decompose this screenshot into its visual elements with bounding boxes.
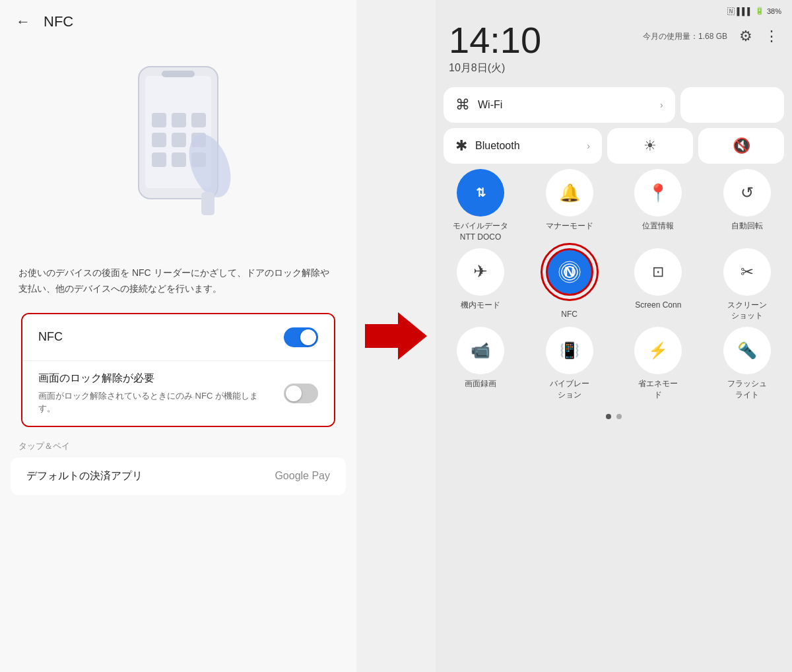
nfc-settings-section: NFC 画面のロック解除が必要 画面がロック解除されているときにのみ NFC が… [11,313,346,427]
dot-2 [616,414,622,419]
signal-icon: ▌▌▌ [737,7,752,15]
manner-mode-tile[interactable]: 🔔 マナーモード [533,169,607,243]
arrow-section [356,0,436,672]
bluetooth-icon: ✱ [455,137,467,154]
vibration-circle[interactable]: 📳 [546,327,593,374]
battery-label: 38% [767,7,781,15]
clock-date: 10月8日(火) [449,61,541,75]
wide-tiles-row: ⌘ Wi-Fi › [444,87,784,123]
nfc-tile[interactable]: N NFC [533,248,607,322]
svg-rect-9 [152,152,166,167]
svg-rect-6 [152,133,166,147]
battery-saver-label: 省エネモード [638,378,678,401]
screen-record-label: 画面録画 [465,378,496,389]
page-title: NFC [44,13,73,30]
status-bar: 🇳 ▌▌▌ 🔋 38% [436,0,792,18]
brightness-tile[interactable]: ☀ [607,128,693,164]
back-button[interactable]: ← [16,13,30,30]
flashlight-label: フラッシュライト [727,378,767,401]
mute-tile[interactable]: 🔇 [698,128,784,164]
small-tiles-row2: ✈ 機内モード N NFC [444,248,784,322]
svg-text:⇅: ⇅ [476,186,486,199]
lock-desc: 画面がロック解除されているときにのみ NFC が機能します。 [38,389,273,415]
lock-row[interactable]: 画面のロック解除が必要 画面がロック解除されているときにのみ NFC が機能しま… [22,361,334,426]
placeholder-tile [680,87,784,123]
small-tiles-row3: 📹 画面録画 📳 バイブレーション ⚡ 省エネモード 🔦 フ [444,327,784,401]
manner-mode-circle[interactable]: 🔔 [546,169,593,217]
clock-left: 14:10 10月8日(火) [449,22,541,75]
vibration-tile[interactable]: 📳 バイブレーション [533,327,607,401]
nfc-circle[interactable]: N [546,248,593,296]
nfc-row-label: NFC [38,330,63,344]
nfc-description: お使いのデバイスの後面を NFC リーダーにかざして、ドアのロック解除や支払い、… [0,255,356,313]
dot-1 [606,414,611,419]
svg-rect-2 [162,71,195,77]
screenshot-label: スクリーンショット [727,300,767,322]
quick-tiles: ⌘ Wi-Fi › ✱ Bluetooth › ☀ 🔇 ⇅ [436,83,792,428]
wifi-chevron-icon: › [660,100,663,110]
nfc-status-icon: 🇳 [727,7,735,15]
location-circle[interactable]: 📍 [634,169,682,217]
settings-icon[interactable]: ⚙ [737,27,755,46]
bluetooth-label: Bluetooth [475,140,579,152]
mobile-data-circle[interactable]: ⇅ [457,169,504,217]
svg-rect-7 [172,133,186,147]
default-app-value: Google Pay [275,470,330,482]
screen-conn-circle[interactable]: ⊡ [634,248,682,296]
clock-right: 今月の使用量：1.68 GB ⚙ ⋮ [643,22,779,46]
svg-rect-13 [201,192,214,215]
location-label: 位置情報 [642,220,674,232]
wifi-icon: ⌘ [455,96,470,114]
vibration-label: バイブレーション [550,378,589,401]
battery-saver-circle[interactable]: ⚡ [634,327,682,374]
manner-mode-label: マナーモード [546,220,593,232]
svg-rect-3 [152,113,166,127]
wifi-tile[interactable]: ⌘ Wi-Fi › [444,87,675,123]
lock-title: 画面のロック解除が必要 [38,372,273,386]
mobile-data-tile[interactable]: ⇅ モバイルデータNTT DOCO [444,169,517,243]
auto-rotate-circle[interactable]: ↺ [723,169,771,217]
clock-area: 14:10 10月8日(火) 今月の使用量：1.68 GB ⚙ ⋮ [436,18,792,83]
battery-icon: 🔋 [755,7,764,15]
nfc-toggle-row[interactable]: NFC [22,314,334,361]
data-usage-label: 今月の使用量：1.68 GB [643,31,727,42]
default-app-row[interactable]: デフォルトの決済アプリ Google Pay [11,457,346,495]
flashlight-tile[interactable]: 🔦 フラッシュライト [710,327,784,401]
screen-record-tile[interactable]: 📹 画面録画 [444,327,517,401]
small-tiles-row1: ⇅ モバイルデータNTT DOCO 🔔 マナーモード 📍 位置情報 ↺ [444,169,784,243]
screenshot-tile[interactable]: ✂ スクリーンショット [710,248,784,322]
wifi-label: Wi-Fi [478,99,652,111]
right-panel: 🇳 ▌▌▌ 🔋 38% 14:10 10月8日(火) 今月の使用量：1.68 G… [436,0,792,672]
screenshot-circle[interactable]: ✂ [723,248,771,296]
location-tile[interactable]: 📍 位置情報 [621,169,695,243]
nfc-toggle[interactable] [284,327,318,347]
airplane-circle[interactable]: ✈ [457,248,504,296]
nfc-header: ← NFC [0,0,356,44]
auto-rotate-label: 自動回転 [731,220,763,232]
page-dots [444,406,784,424]
more-icon[interactable]: ⋮ [764,28,779,45]
svg-rect-5 [191,113,206,127]
auto-rotate-tile[interactable]: ↺ 自動回転 [710,169,784,243]
screen-record-circle[interactable]: 📹 [457,327,504,374]
svg-rect-4 [172,113,186,127]
mobile-data-label: モバイルデータNTT DOCO [453,220,508,243]
nfc-tile-label: NFC [561,309,578,320]
battery-saver-tile[interactable]: ⚡ 省エネモード [621,327,695,401]
screen-conn-label: Screen Conn [635,300,681,311]
airplane-tile[interactable]: ✈ 機内モード [444,248,517,322]
phone-illustration [0,44,356,255]
lock-toggle[interactable] [284,384,318,403]
clock-time: 14:10 [449,22,541,59]
lock-text: 画面のロック解除が必要 画面がロック解除されているときにのみ NFC が機能しま… [38,372,273,415]
nfc-section-box: NFC 画面のロック解除が必要 画面がロック解除されているときにのみ NFC が… [21,313,335,427]
tap-pay-label: タップ＆ペイ [0,427,356,457]
default-app-label: デフォルトの決済アプリ [26,469,143,483]
left-panel: ← NFC お使いのデバイスの後面を NFC リーダーにかざして、ドアのロック解 [0,0,356,672]
svg-rect-10 [172,152,186,167]
status-icons: 🇳 ▌▌▌ 🔋 38% [727,7,781,15]
flashlight-circle[interactable]: 🔦 [723,327,771,374]
screen-conn-tile[interactable]: ⊡ Screen Conn [621,248,695,322]
bluetooth-tile[interactable]: ✱ Bluetooth › [444,128,602,164]
bluetooth-row: ✱ Bluetooth › ☀ 🔇 [444,128,784,164]
